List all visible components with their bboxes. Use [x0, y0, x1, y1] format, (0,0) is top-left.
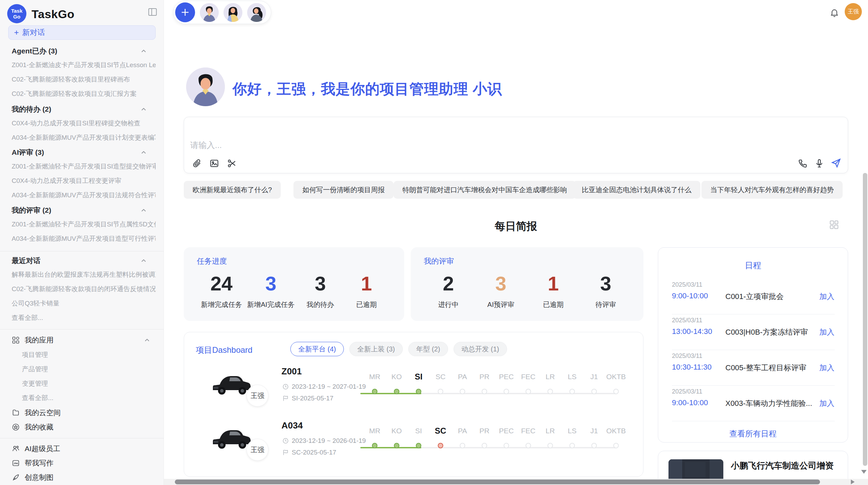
view-all-apps-link[interactable]: 查看全部...	[22, 394, 156, 402]
sidebar-item-ai-staff[interactable]: AI超级员工	[12, 444, 156, 453]
conversation-item[interactable]: 公司Q3轻卡销量	[12, 299, 156, 308]
milestone-dot[interactable]	[460, 443, 465, 448]
milestone-dot[interactable]	[482, 389, 487, 394]
chevron-up-icon[interactable]	[143, 336, 151, 346]
conversation-item[interactable]: Z001-全新燃油轻卡产品开发项目SI造型提交物评审	[12, 162, 156, 171]
conversation-item[interactable]: Z001-全新燃油皮卡产品开发项目SI节点Lesson Learn报告	[12, 61, 156, 70]
conversation-item[interactable]: C02-飞腾新能源轻客改款项目立项汇报方案	[12, 89, 156, 98]
conversation-item[interactable]: A034-全新新能源MUV产品开发项目法规符合性评审	[12, 191, 156, 200]
scissors-icon[interactable]	[227, 158, 237, 169]
image-upload-icon[interactable]	[209, 158, 219, 169]
section-recent-chats[interactable]: 最近对话	[12, 256, 152, 265]
stat-value: 24	[201, 273, 242, 295]
add-agent-button[interactable]	[175, 2, 195, 22]
sidebar-item-favorites[interactable]: 我的收藏	[12, 422, 156, 432]
section-my-review[interactable]: 我的评审 (2)	[12, 206, 152, 215]
layout-grid-icon[interactable]	[829, 220, 839, 230]
user-avatar[interactable]: 王强	[845, 3, 862, 20]
phone-call-icon[interactable]	[798, 158, 808, 169]
conversation-item[interactable]: Z001-全新燃油轻卡产品开发项目SI节点属性5D文件评审	[12, 220, 156, 229]
chevron-up-icon[interactable]	[140, 47, 147, 57]
view-all-recent-link[interactable]: 查看全部...	[12, 313, 156, 322]
milestone-dot[interactable]	[547, 389, 553, 394]
conversation-item[interactable]: C02-飞腾新能源轻客改款项目里程碑画布	[12, 75, 156, 84]
section-agent-done[interactable]: Agent已办 (3)	[12, 47, 152, 55]
agent-avatar[interactable]	[200, 3, 219, 22]
conversation-item[interactable]: A034-全新新能源MUV产品开发项目造型可行性评审	[12, 234, 156, 243]
conversation-item[interactable]: 解释最新出台的欧盟报废车法规再生塑料比例被调至15%的影响	[12, 270, 156, 279]
chat-input-box[interactable]: 请输入...	[184, 117, 848, 173]
suggestion-chip[interactable]: 欧洲新规最近颁布了什么?	[184, 181, 281, 199]
conversation-item[interactable]: C0X4-动力总成开发项目工程变更评审	[12, 176, 156, 185]
milestone-dot[interactable]	[591, 443, 597, 448]
suggestion-chip[interactable]: 比亚迪全固态电池计划具体说了什么	[573, 181, 700, 199]
section-title: 我的评审 (2)	[12, 206, 51, 215]
scroll-right-arrow-icon[interactable]	[851, 480, 855, 484]
milestone-dot[interactable]	[372, 389, 377, 394]
milestone-dot[interactable]	[394, 389, 399, 394]
app-link-project-mgmt[interactable]: 项目管理	[22, 350, 156, 359]
chevron-up-icon[interactable]	[140, 207, 147, 216]
join-link[interactable]: 加入	[819, 327, 834, 337]
vertical-scrollbar-thumb[interactable]	[863, 173, 867, 466]
milestone-dot[interactable]	[613, 443, 619, 448]
milestone-dot[interactable]	[569, 389, 575, 394]
tab-powertrain[interactable]: 动总开发 (1)	[454, 342, 507, 356]
sidebar-item-help-write[interactable]: 帮我写作	[12, 458, 156, 468]
milestone-dot[interactable]	[438, 443, 443, 448]
sidebar-item-creative-draw[interactable]: 创意制图	[12, 473, 156, 482]
send-icon[interactable]	[831, 158, 841, 168]
milestone-dot[interactable]	[394, 443, 399, 448]
agent-avatar[interactable]	[224, 3, 242, 22]
chevron-up-icon[interactable]	[140, 149, 147, 158]
tab-new-body[interactable]: 全新上装 (3)	[349, 342, 403, 356]
sidebar-item-cloud-space[interactable]: 我的云空间	[12, 408, 156, 418]
app-link-product-mgmt[interactable]: 产品管理	[22, 365, 156, 374]
tab-new-platform[interactable]: 全新平台 (4)	[290, 342, 344, 356]
tab-model-year[interactable]: 年型 (2)	[408, 342, 448, 356]
section-ai-review[interactable]: AI评审 (3)	[12, 148, 152, 157]
conversation-item[interactable]: C02-飞腾新能源轻客改款项目的闭环通告反馈情况	[12, 285, 156, 294]
chevron-up-icon[interactable]	[140, 105, 147, 115]
milestone-dot[interactable]	[460, 389, 465, 394]
join-link[interactable]: 加入	[819, 398, 834, 409]
microphone-icon[interactable]	[814, 158, 824, 169]
agent-avatar[interactable]	[247, 3, 266, 22]
project-code[interactable]: A034	[281, 420, 303, 431]
suggestion-chip[interactable]: 特朗普可能对进口汽车增税会对中国车企造成哪些影响	[394, 181, 576, 199]
suggestion-chip[interactable]: 如何写一份清晰的项目周报	[293, 181, 394, 199]
conversation-item[interactable]: A034-全新新能源MUV产品开发项目计划变更表编写	[12, 133, 156, 142]
milestone-dot[interactable]	[504, 443, 509, 448]
project-code[interactable]: Z001	[281, 366, 302, 377]
conversation-item[interactable]: C0X4-动力总成开发项目SI里程碑提交物检查	[12, 119, 156, 128]
horizontal-scrollbar-thumb[interactable]	[175, 480, 820, 484]
notification-bell-icon[interactable]	[830, 8, 839, 18]
milestone-dot[interactable]	[416, 443, 421, 448]
milestone-dot[interactable]	[569, 443, 575, 448]
milestone-dot[interactable]	[591, 389, 597, 394]
suggestion-chip[interactable]: 当下年轻人对汽车外观有怎样的喜好趋势	[701, 181, 843, 199]
sidebar: Task Go TaskGo + 新对话 Agent已办 (3) Z001-全新…	[0, 0, 164, 485]
sidebar-collapse-icon[interactable]	[147, 7, 158, 17]
sidebar-item-my-apps[interactable]: 我的应用	[12, 335, 156, 345]
milestone-dot[interactable]	[372, 443, 377, 448]
section-my-todo[interactable]: 我的待办 (2)	[12, 105, 152, 114]
milestone-dot[interactable]	[526, 389, 531, 394]
section-title: Agent已办 (3)	[12, 46, 57, 56]
view-all-schedule-link[interactable]: 查看所有日程	[658, 428, 848, 439]
milestone-dot[interactable]	[613, 389, 619, 394]
scroll-down-arrow-icon[interactable]	[861, 470, 867, 474]
milestone-dot[interactable]	[416, 389, 421, 394]
schedule-time: 9:00-10:00	[672, 291, 708, 300]
chevron-up-icon[interactable]	[140, 257, 147, 266]
app-link-change-mgmt[interactable]: 变更管理	[22, 379, 156, 388]
milestone-dot[interactable]	[482, 443, 487, 448]
join-link[interactable]: 加入	[819, 363, 834, 373]
join-link[interactable]: 加入	[819, 291, 834, 302]
milestone-dot[interactable]	[504, 389, 509, 394]
attachment-icon[interactable]	[192, 158, 202, 169]
milestone-dot[interactable]	[547, 443, 553, 448]
milestone-dot[interactable]	[438, 389, 443, 394]
new-chat-button[interactable]: + 新对话	[8, 25, 156, 40]
milestone-dot[interactable]	[526, 443, 531, 448]
